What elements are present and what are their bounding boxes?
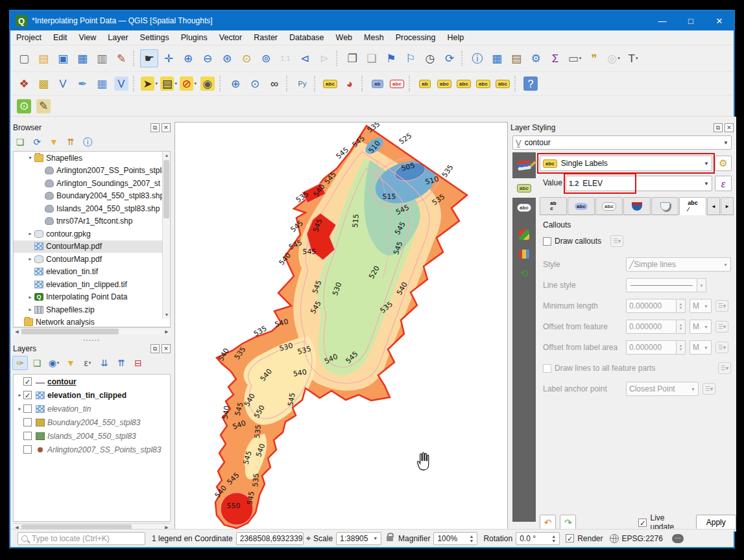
browser-item[interactable]: Network analysis (14, 316, 170, 328)
refresh-browser-button[interactable]: ⟳ (29, 135, 45, 149)
pan-to-selection-button[interactable]: ✛ (160, 49, 178, 67)
layer-item[interactable]: Islands_2004_550_stpl83 (14, 429, 170, 443)
apply-button[interactable]: Apply (696, 515, 736, 530)
new-3d-map-view-button[interactable]: ❑ (363, 49, 381, 67)
layer-visibility-checkbox[interactable] (23, 404, 32, 413)
coordinate-input[interactable]: 2368508,6932339 (236, 532, 304, 545)
combo-label-anchor-point[interactable]: Closest Point▼ (626, 382, 699, 396)
deselect-features-button[interactable]: ⊘▾ (179, 75, 197, 93)
identify-features-button[interactable]: ⓘ (468, 49, 486, 67)
browser-float-icon[interactable]: ⧉ (150, 123, 160, 132)
checkbox[interactable] (543, 364, 551, 373)
new-spatial-bookmark-button[interactable]: ⚑ (382, 49, 400, 67)
layer-select-combo[interactable]: V̰ contour ▼ (512, 135, 732, 150)
show-properties-button[interactable]: ⓘ (80, 135, 95, 149)
rotate-label-icon[interactable]: abc (474, 75, 492, 93)
line-style-combo[interactable] (626, 278, 697, 292)
new-shapefile-layer-button[interactable]: V (54, 75, 72, 93)
menu-mesh[interactable]: Mesh (358, 31, 390, 44)
map-canvas[interactable]: 5355455455105255055105355355155455405455… (174, 122, 508, 532)
change-label-properties-icon[interactable]: abc (494, 75, 512, 93)
tab-shadow[interactable] (651, 197, 678, 215)
move-label-icon[interactable]: abc (455, 75, 473, 93)
layer-diagram-options-button[interactable]: ◕ (341, 75, 359, 93)
spinner-arrows[interactable]: ▲▼ (677, 320, 686, 334)
3d-view-tab[interactable] (512, 225, 536, 244)
pan-map-button[interactable]: ☛ (140, 49, 158, 67)
expander-icon[interactable]: ▸ (16, 392, 23, 398)
new-map-view-button[interactable]: ❐ (343, 49, 361, 67)
tab-background[interactable] (623, 197, 651, 215)
spinner-arrows[interactable]: ▲▼ (677, 340, 686, 355)
filter-by-expression-button[interactable]: ε▾ (80, 356, 95, 370)
messages-icon[interactable]: ⋯ (672, 534, 684, 543)
select-by-location-button[interactable]: ◉ (198, 75, 217, 93)
browser-item[interactable]: Islands_2004_550_stpl83.shp (14, 202, 170, 215)
help-button[interactable]: ? (522, 75, 540, 93)
tab-formatting[interactable]: abc (540, 197, 567, 215)
zoom-out-button[interactable]: ⊖ (198, 49, 217, 67)
browser-vscrollbar[interactable]: ▲ ▼ (162, 152, 170, 319)
metasearch-button[interactable]: ∞ (265, 75, 283, 93)
new-geopackage-layer-button[interactable]: ▩ (34, 75, 53, 93)
layer-visibility-checkbox[interactable] (23, 445, 32, 454)
menu-help[interactable]: Help (441, 31, 470, 44)
expander-icon[interactable]: ▸ (27, 307, 34, 312)
spinner-arrows[interactable]: ▲▼ (677, 299, 686, 313)
close-button[interactable]: ✕ (705, 11, 734, 30)
browser-item[interactable]: ▸Shapefiles.zip (14, 303, 170, 316)
zoom-in-button[interactable]: ⊕ (179, 49, 197, 67)
menu-processing[interactable]: Processing (390, 31, 442, 44)
refresh-map-button[interactable]: ⟳ (440, 49, 459, 67)
redo-button[interactable]: ↷ (560, 515, 576, 530)
rotation-spinbox[interactable]: 0.0 °▲▼ (516, 532, 560, 545)
layer-visibility-checkbox[interactable] (23, 432, 32, 440)
open-layer-styling-button[interactable]: ✑ (12, 356, 28, 370)
new-virtual-layer-button[interactable]: ▦ (93, 75, 111, 93)
layer-item[interactable]: Boundary2004_550_stpl83 (14, 415, 170, 429)
collapse-all-button[interactable]: ⇈ (63, 135, 78, 149)
expander-icon[interactable]: ▸ (27, 231, 34, 237)
show-spatial-bookmarks-button[interactable]: ⚐ (402, 49, 420, 67)
automated-placement-button[interactable]: ⚙ (715, 156, 732, 171)
osm-edit-button[interactable]: ✎ (34, 97, 53, 115)
menu-edit[interactable]: Edit (47, 31, 73, 44)
live-update-checkbox[interactable]: ✓ (638, 519, 647, 527)
data-defined-override-icon[interactable]: ☰▾ (715, 342, 728, 353)
unit-combo[interactable]: M▼ (690, 299, 712, 313)
new-virtual-layer-dialog-button[interactable]: V (112, 75, 130, 93)
highlight-pinned-labels-icon[interactable]: abc (388, 75, 406, 93)
menu-vector[interactable]: Vector (213, 31, 248, 44)
menu-project[interactable]: Project (10, 31, 47, 44)
browser-item[interactable]: Arlington_Soundings_2007_st (14, 177, 170, 190)
collapse-all-layers-button[interactable]: ⇈ (114, 356, 129, 370)
line-style-dropdown[interactable]: ▼ (697, 278, 706, 292)
menu-view[interactable]: View (73, 31, 102, 44)
zoom-last-button[interactable]: ⊲ (296, 49, 314, 67)
open-attribute-table-button[interactable]: ▦ (488, 49, 506, 67)
open-project-button[interactable]: ▤ (34, 49, 53, 67)
data-defined-override-icon[interactable]: ☰▾ (715, 321, 728, 332)
browser-item[interactable]: elevation_tin_clipped.tif (14, 278, 170, 291)
layers-close-icon[interactable]: ✕ (162, 344, 171, 353)
osm-place-search-button[interactable]: ⊙ (15, 97, 33, 115)
browser-item[interactable]: ▸contour.gpkg (14, 228, 170, 240)
browser-item[interactable]: Arlington2007_SS_Points_stpl8 (14, 165, 170, 178)
search-web-layer-button[interactable]: ⊙ (246, 75, 264, 93)
add-favorite-button[interactable]: ❏ (12, 135, 28, 149)
show-hide-labels-icon[interactable]: abc (435, 75, 453, 93)
browser-item[interactable]: tnrs07Ar1_5ftcont.shp (14, 215, 170, 228)
menu-database[interactable]: Database (283, 31, 330, 44)
data-defined-override-icon[interactable]: ☰▾ (718, 362, 731, 374)
layer-visibility-checkbox[interactable]: ✓ (23, 377, 32, 386)
browser-item[interactable]: ▾Shapefiles (14, 152, 170, 165)
symbology-tab[interactable] (512, 152, 536, 178)
spinbox-minimum-length[interactable]: 0.000000 (626, 299, 677, 313)
pin-unpin-labels-icon[interactable]: ab (416, 75, 434, 93)
labels-tab[interactable]: abc (512, 178, 536, 198)
menu-layer[interactable]: Layer (102, 31, 134, 44)
python-console-button[interactable]: Py (293, 75, 311, 93)
zoom-full-extent-button[interactable]: ⊛ (218, 49, 236, 67)
layer-item[interactable]: ✓contour (14, 375, 170, 388)
tabs-scroll-left[interactable]: ◂ (707, 197, 720, 215)
